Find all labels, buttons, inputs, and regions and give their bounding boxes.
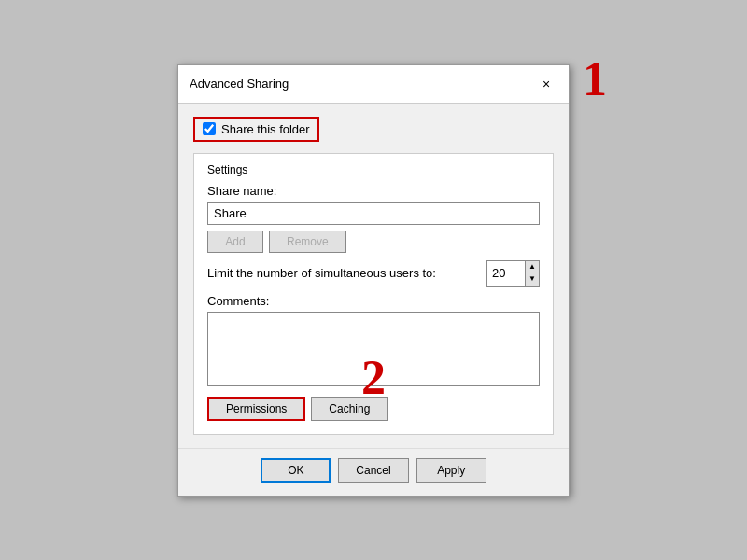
remove-button[interactable]: Remove: [269, 231, 346, 253]
dialog-footer: OK Cancel Apply: [178, 448, 569, 496]
apply-button[interactable]: Apply: [416, 458, 486, 483]
user-limit-input[interactable]: [487, 263, 525, 283]
limit-label: Limit the number of simultaneous users t…: [207, 266, 436, 280]
spinner-buttons: ▲ ▼: [525, 261, 539, 286]
share-name-input[interactable]: [207, 202, 540, 225]
share-folder-checkbox[interactable]: [203, 122, 216, 135]
dialog-title: Advanced Sharing: [190, 77, 289, 91]
spin-up-button[interactable]: ▲: [526, 261, 539, 273]
comments-section: Comments:: [207, 294, 540, 389]
spin-down-button[interactable]: ▼: [526, 273, 539, 286]
permissions-caching-row: Permissions Caching: [207, 397, 540, 421]
comments-label: Comments:: [207, 294, 540, 308]
add-remove-row: Add Remove: [207, 231, 540, 253]
limit-row: Limit the number of simultaneous users t…: [207, 260, 540, 287]
share-folder-label: Share this folder: [221, 122, 310, 136]
annotation-1: 1: [583, 55, 607, 104]
caching-button[interactable]: Caching: [311, 397, 388, 421]
dialog-body: Share this folder Settings Share name: A…: [178, 104, 569, 444]
share-folder-row: Share this folder: [193, 117, 319, 142]
settings-section-label: Settings: [207, 163, 540, 176]
title-bar: Advanced Sharing ×: [178, 65, 569, 104]
cancel-button[interactable]: Cancel: [338, 458, 408, 483]
ok-button[interactable]: OK: [261, 458, 331, 483]
close-button[interactable]: ×: [535, 73, 557, 95]
advanced-sharing-dialog: Advanced Sharing × Share this folder Set…: [177, 64, 570, 497]
share-name-label: Share name:: [207, 184, 540, 198]
permissions-button[interactable]: Permissions: [207, 397, 305, 421]
add-button[interactable]: Add: [207, 231, 263, 253]
user-limit-spinner: ▲ ▼: [486, 260, 540, 287]
comments-textarea[interactable]: [207, 312, 540, 386]
settings-group: Settings Share name: Add Remove Limit th…: [193, 153, 554, 435]
